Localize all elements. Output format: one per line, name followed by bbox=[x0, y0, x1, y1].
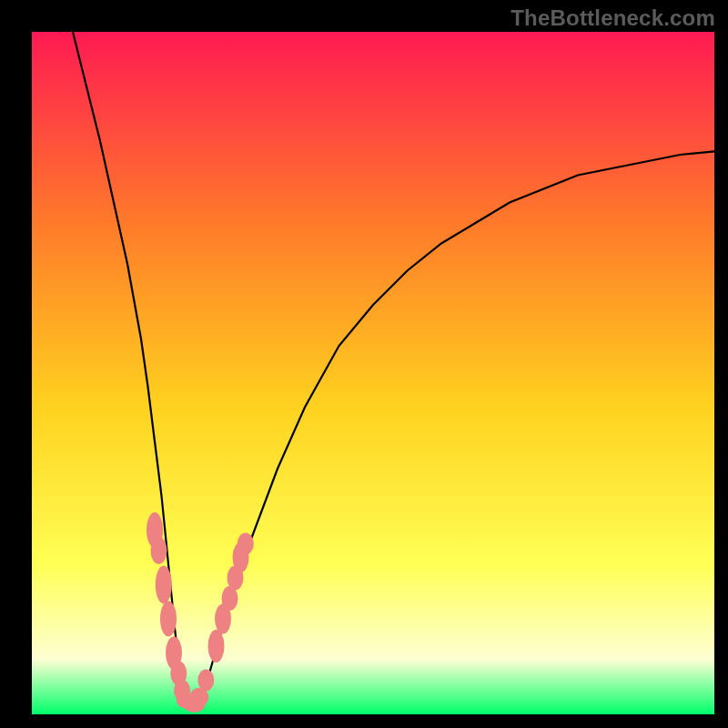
curve-marker bbox=[208, 630, 225, 662]
curve-layer bbox=[32, 32, 714, 714]
curve-marker bbox=[238, 533, 254, 555]
curve-marker bbox=[151, 537, 167, 564]
chart-frame: TheBottleneck.com bbox=[0, 0, 728, 728]
curve-marker bbox=[197, 670, 214, 692]
curve-marker bbox=[160, 602, 177, 637]
curve-marker bbox=[156, 566, 172, 604]
watermark-text: TheBottleneck.com bbox=[511, 5, 715, 31]
plot-area bbox=[32, 32, 714, 714]
curve-markers bbox=[147, 512, 254, 713]
